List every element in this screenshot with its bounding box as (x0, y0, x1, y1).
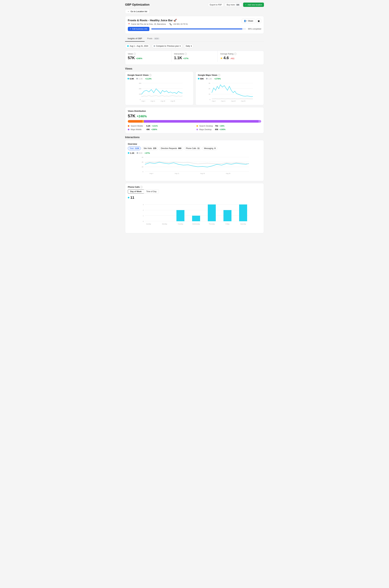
tab-insights[interactable]: Insights of GBP (125, 36, 145, 42)
bar-thursday (208, 205, 216, 221)
buy-more-badge: 6/6 (236, 4, 240, 6)
svg-text:Wednesday: Wednesday (192, 223, 200, 225)
pill-direction-requests[interactable]: Direction Requests 900 (159, 147, 183, 150)
views-info-icon[interactable]: i (133, 53, 136, 55)
views-charts-row: Google Search Views i 6.9K 3.3K +113% 30… (125, 71, 264, 105)
bar-friday (224, 210, 231, 221)
phone-bar-chart: 3 2 1 0 Sunday Monday Tuesday Wednesday … (128, 201, 261, 230)
rating-info-icon[interactable]: i (234, 53, 236, 55)
phone-tab-day-of-week[interactable]: Day of Week (128, 189, 144, 194)
svg-text:Aug 18: Aug 18 (231, 100, 236, 102)
svg-text:Monday: Monday (162, 223, 167, 225)
svg-text:Friday: Friday (225, 223, 229, 225)
add-new-location-button[interactable]: ＋ Add new location (243, 2, 264, 7)
chevron-down-icon: ▾ (191, 45, 192, 47)
dist-maps-mobile: Maps Mobile 49K +280% (128, 128, 193, 131)
views-value: 57K +246% (128, 56, 169, 60)
progress-section: ✏ Edit business info 96% completed (128, 27, 261, 31)
more-options-button[interactable]: ▣ (256, 19, 261, 23)
maps-desktop-dot (196, 129, 198, 130)
interactions-change: +37% (144, 152, 150, 154)
share-button[interactable]: 👤+ Share (242, 19, 255, 23)
bar-maps-mobile (144, 120, 259, 123)
business-name: Froots & Roots - Healthy Juice Bar 🚀 (128, 19, 188, 22)
svg-text:Aug 11: Aug 11 (151, 100, 155, 102)
edit-business-button[interactable]: ✏ Edit business info (128, 27, 149, 31)
svg-text:Aug 11: Aug 11 (175, 173, 179, 174)
pill-total[interactable]: Total 1126 (128, 147, 141, 150)
business-phone: 📞 +34 931 19 70 51 (169, 23, 188, 25)
overview-card: Overview Total 1126 Site Visits 215 Dire… (125, 140, 264, 181)
business-card: Froots & Roots - Healthy Juice Bar 🚀 📍 C… (125, 16, 264, 34)
svg-text:3K: 3K (209, 83, 210, 84)
maps-info-icon[interactable]: i (218, 74, 220, 76)
filter-row: Aug 1 – Aug 31, 2024 Compare to: Previou… (125, 44, 264, 48)
phone-value: 11 (128, 196, 261, 200)
search-prev-dot (136, 78, 138, 80)
svg-text:Aug 25: Aug 25 (170, 100, 175, 102)
pill-phone-calls[interactable]: Phone Calls 11 (184, 147, 201, 150)
dist-grid: Search Mobile 6.2K +131% Search Desktop … (128, 125, 261, 131)
business-meta: 📍 Carrer del Peu de la Creu, 19, Barcelo… (128, 23, 188, 25)
search-info-icon[interactable]: i (149, 74, 152, 76)
svg-text:40: 40 (142, 161, 143, 163)
metrics-card: Views i 57K +246% Interactions i 1.1K +3… (125, 51, 264, 65)
buy-more-label: Buy more (227, 4, 235, 6)
share-icon: 👤+ (244, 20, 247, 22)
pill-site-visits[interactable]: Site Visits 215 (142, 147, 158, 150)
interactions-chart-svg: 60 40 20 0 Aug 4 Aug 11 Aug 18 Aug 25 (128, 156, 261, 178)
svg-text:2: 2 (143, 209, 144, 211)
interactions-value: 1.1K +37% (174, 56, 215, 60)
dist-title: Views Distribution (128, 110, 261, 112)
rating-value: ★ 4.6 ↓-0.1 (220, 56, 261, 60)
rating-label: Average Rating i (220, 53, 261, 55)
stacked-bar (128, 120, 261, 123)
svg-text:Thursday: Thursday (209, 223, 215, 225)
business-address: 📍 Carrer del Peu de la Creu, 19, Barcelo… (128, 23, 166, 25)
period-select[interactable]: Daily ▾ (184, 44, 194, 48)
interactions-change: +37% (183, 57, 189, 60)
layout-icon: ▣ (258, 20, 260, 22)
views-distribution-card: Views Distribution 57K +246% Search Mobi… (125, 107, 264, 133)
svg-text:0: 0 (143, 221, 144, 222)
date-range-picker[interactable]: Aug 1 – Aug 31, 2024 (125, 44, 150, 48)
maps-chart-svg: 3K 2K 1K 0 Aug 4 Aug 11 Aug 18 Aug 25 (198, 82, 261, 102)
phone-calls-info-icon[interactable]: i (140, 186, 142, 188)
svg-text:Saturday: Saturday (240, 223, 246, 225)
progress-bar-fill (151, 29, 242, 29)
posts-badge: NEW (154, 38, 160, 40)
tab-posts[interactable]: Posts NEW (145, 36, 162, 42)
svg-text:60: 60 (142, 156, 143, 158)
svg-text:Sunday: Sunday (146, 223, 151, 225)
phone-dot (128, 197, 130, 198)
google-search-chart: Google Search Views i 6.9K 3.3K +113% 30… (125, 71, 194, 105)
bar-search-mobile (128, 120, 142, 123)
metric-interactions: Interactions i 1.1K +37% (171, 51, 218, 62)
svg-text:Aug 4: Aug 4 (149, 173, 153, 174)
interactions-label: Interactions i (174, 53, 215, 55)
bar-tuesday (176, 210, 184, 221)
svg-text:Aug 18: Aug 18 (200, 173, 205, 174)
interactions-prev-dot (137, 152, 138, 154)
pill-messaging[interactable]: Messaging 0 (202, 147, 217, 150)
bar-search-desktop (142, 120, 144, 123)
search-change: +113% (145, 78, 152, 80)
bar-wednesday (192, 216, 200, 221)
phone-tab-time-of-day[interactable]: Time of Day (144, 189, 159, 194)
metrics-row: Views i 57K +246% Interactions i 1.1K +3… (125, 51, 264, 62)
compare-select[interactable]: Compare to: Previous year ▾ (152, 44, 182, 48)
bar-saturday (239, 205, 247, 221)
search-desktop-dot (196, 125, 198, 127)
interactions-current-dot (128, 152, 130, 154)
svg-text:1: 1 (143, 215, 144, 217)
views-section-title: Views (125, 67, 264, 70)
export-pdf-button[interactable]: Export to PDF (208, 3, 224, 7)
phone-icon: 📞 (169, 23, 172, 25)
buy-more-button[interactable]: Buy more 6/6 (225, 3, 242, 7)
progress-label: 96% completed (248, 28, 261, 30)
go-back-button[interactable]: ← Go to Location list (125, 9, 150, 14)
header-actions: Export to PDF Buy more 6/6 ＋ Add new loc… (208, 2, 264, 7)
svg-text:20: 20 (142, 166, 143, 168)
interactions-info-icon[interactable]: i (185, 53, 187, 55)
svg-text:1K: 1K (209, 93, 210, 95)
